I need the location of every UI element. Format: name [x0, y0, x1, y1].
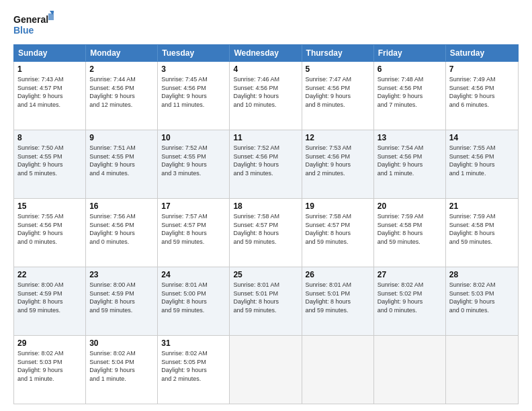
day-number: 28 — [449, 270, 515, 279]
cell-text: Daylight: 9 hours — [161, 92, 226, 101]
cell-text: Daylight: 9 hours — [449, 161, 515, 169]
cell-text: Sunrise: 8:01 AM — [233, 281, 298, 289]
calendar-cell: 18Sunrise: 7:58 AMSunset: 4:57 PMDayligh… — [230, 199, 302, 267]
cell-text: and 2 minutes. — [306, 169, 370, 178]
calendar-cell: 15Sunrise: 7:55 AMSunset: 4:56 PMDayligh… — [14, 199, 86, 267]
day-number: 25 — [233, 270, 298, 279]
cell-text: Daylight: 8 hours — [161, 229, 226, 238]
cell-text: and 0 minutes. — [378, 306, 442, 315]
page: General Blue SundayMondayTuesdayWednesda… — [0, 0, 532, 411]
cell-text: Daylight: 9 hours — [378, 92, 442, 101]
cell-text: Daylight: 9 hours — [161, 366, 226, 375]
cell-text: Daylight: 9 hours — [17, 92, 82, 101]
cell-text: and 12 minutes. — [89, 101, 154, 109]
day-number: 24 — [161, 270, 226, 279]
cell-text: Daylight: 8 hours — [161, 298, 226, 306]
day-number: 27 — [378, 270, 442, 279]
cell-text: Sunrise: 7:56 AM — [89, 212, 154, 221]
cell-text: and 1 minute. — [17, 375, 82, 383]
cell-text: Sunrise: 7:59 AM — [449, 212, 515, 221]
cell-text: Daylight: 9 hours — [449, 298, 515, 306]
cell-text: and 0 minutes. — [89, 238, 154, 246]
cell-text: Sunset: 4:55 PM — [17, 152, 82, 161]
cell-text: Sunset: 4:57 PM — [17, 84, 82, 93]
cell-text: Sunrise: 7:57 AM — [161, 212, 226, 221]
cell-text: Sunrise: 7:55 AM — [17, 212, 82, 221]
cell-text: Daylight: 8 hours — [233, 229, 298, 238]
cell-text: and 59 minutes. — [17, 306, 82, 315]
cell-text: Sunset: 4:57 PM — [306, 221, 370, 230]
cell-text: and 7 minutes. — [378, 101, 442, 109]
calendar-body: 1Sunrise: 7:43 AMSunset: 4:57 PMDaylight… — [13, 62, 519, 404]
logo: General Blue — [13, 11, 54, 38]
cell-text: and 59 minutes. — [89, 306, 154, 315]
cell-text: Sunrise: 7:59 AM — [378, 212, 442, 221]
cell-text: Sunrise: 8:02 AM — [378, 281, 442, 289]
calendar-cell: 12Sunrise: 7:53 AMSunset: 4:56 PMDayligh… — [302, 130, 374, 198]
calendar: SundayMondayTuesdayWednesdayThursdayFrid… — [13, 44, 519, 404]
cell-text: Sunrise: 7:47 AM — [306, 75, 370, 84]
calendar-cell: 11Sunrise: 7:52 AMSunset: 4:56 PMDayligh… — [230, 130, 302, 198]
calendar-cell: 14Sunrise: 7:55 AMSunset: 4:56 PMDayligh… — [446, 130, 518, 198]
header-day: Wednesday — [230, 45, 302, 61]
header-day: Sunday — [14, 45, 86, 61]
day-number: 6 — [378, 64, 442, 74]
cell-text: Sunset: 4:56 PM — [449, 84, 515, 93]
header-day: Thursday — [302, 45, 374, 61]
cell-text: Daylight: 9 hours — [17, 366, 82, 375]
cell-text: Daylight: 8 hours — [378, 229, 442, 238]
cell-text: Daylight: 9 hours — [306, 92, 370, 101]
calendar-cell: 16Sunrise: 7:56 AMSunset: 4:56 PMDayligh… — [86, 199, 158, 267]
day-number: 1 — [17, 64, 82, 74]
cell-text: Sunrise: 7:48 AM — [378, 75, 442, 84]
calendar-cell: 10Sunrise: 7:52 AMSunset: 4:55 PMDayligh… — [158, 130, 230, 198]
cell-text: Daylight: 8 hours — [449, 229, 515, 238]
day-number: 19 — [306, 201, 370, 211]
calendar-cell: 4Sunrise: 7:46 AMSunset: 4:56 PMDaylight… — [230, 62, 302, 130]
cell-text: Sunset: 5:00 PM — [161, 289, 226, 298]
cell-text: and 6 minutes. — [449, 101, 515, 109]
cell-text: Daylight: 9 hours — [306, 161, 370, 169]
cell-text: and 59 minutes. — [378, 238, 442, 246]
cell-text: Sunset: 4:56 PM — [233, 84, 298, 93]
svg-marker-2 — [48, 13, 54, 20]
calendar-cell: 24Sunrise: 8:01 AMSunset: 5:00 PMDayligh… — [158, 267, 230, 335]
day-number: 11 — [233, 133, 298, 142]
cell-text: Daylight: 9 hours — [89, 92, 154, 101]
cell-text: Sunrise: 7:49 AM — [449, 75, 515, 84]
cell-text: Sunset: 4:56 PM — [161, 84, 226, 93]
day-number: 15 — [17, 201, 82, 211]
cell-text: Sunset: 4:58 PM — [378, 221, 442, 230]
cell-text: Sunset: 4:57 PM — [233, 221, 298, 230]
cell-text: Sunset: 4:56 PM — [449, 152, 515, 161]
cell-text: Daylight: 9 hours — [89, 229, 154, 238]
header-day: Saturday — [446, 45, 518, 61]
cell-text: Sunset: 4:56 PM — [306, 152, 370, 161]
day-number: 22 — [17, 270, 82, 279]
day-number: 16 — [89, 201, 154, 211]
calendar-cell: 1Sunrise: 7:43 AMSunset: 4:57 PMDaylight… — [14, 62, 86, 130]
calendar-cell: 17Sunrise: 7:57 AMSunset: 4:57 PMDayligh… — [158, 199, 230, 267]
cell-text: Sunrise: 7:55 AM — [449, 144, 515, 152]
cell-text: Sunset: 5:04 PM — [89, 358, 154, 367]
calendar-header: SundayMondayTuesdayWednesdayThursdayFrid… — [13, 44, 519, 62]
cell-text: Daylight: 8 hours — [17, 298, 82, 306]
cell-text: Sunset: 4:55 PM — [161, 152, 226, 161]
cell-text: Sunrise: 7:58 AM — [306, 212, 370, 221]
cell-text: Sunrise: 7:52 AM — [161, 144, 226, 152]
calendar-cell — [446, 336, 518, 404]
cell-text: and 1 minute. — [378, 169, 442, 178]
cell-text: Sunset: 5:01 PM — [233, 289, 298, 298]
calendar-week: 22Sunrise: 8:00 AMSunset: 4:59 PMDayligh… — [14, 267, 518, 335]
day-number: 30 — [89, 338, 154, 348]
calendar-week: 15Sunrise: 7:55 AMSunset: 4:56 PMDayligh… — [14, 198, 518, 267]
cell-text: Daylight: 9 hours — [233, 92, 298, 101]
calendar-cell: 13Sunrise: 7:54 AMSunset: 4:56 PMDayligh… — [374, 130, 446, 198]
day-number: 5 — [306, 64, 370, 74]
calendar-week: 29Sunrise: 8:02 AMSunset: 5:03 PMDayligh… — [14, 335, 518, 404]
calendar-cell: 21Sunrise: 7:59 AMSunset: 4:58 PMDayligh… — [446, 199, 518, 267]
cell-text: and 4 minutes. — [89, 169, 154, 178]
calendar-week: 8Sunrise: 7:50 AMSunset: 4:55 PMDaylight… — [14, 130, 518, 198]
calendar-cell: 28Sunrise: 8:02 AMSunset: 5:03 PMDayligh… — [446, 267, 518, 335]
cell-text: Sunset: 4:56 PM — [378, 84, 442, 93]
